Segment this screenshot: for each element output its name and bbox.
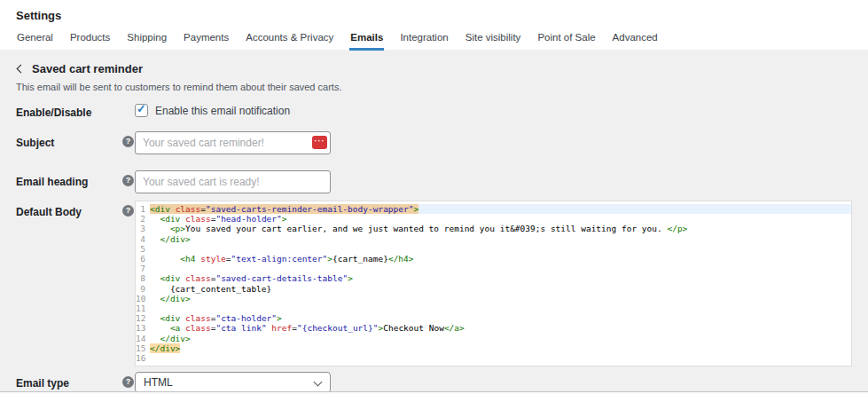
code-line-10: 10 </div>	[136, 294, 851, 303]
email-heading-row: Email heading ?	[16, 170, 852, 193]
code-line-1: 1<div class="saved-carts-reminder-email-…	[136, 204, 851, 214]
line-number: 8	[136, 273, 150, 283]
code-line-text: </div>	[150, 234, 851, 244]
enable-row: Enable/Disable ✓ Enable this email notif…	[16, 101, 852, 119]
help-icon[interactable]: ?	[122, 205, 134, 217]
line-number: 5	[136, 244, 150, 254]
tab-point-of-sale[interactable]: Point of Sale	[536, 28, 596, 51]
line-number: 13	[136, 323, 150, 333]
code-line-15: 15</div>	[136, 343, 851, 353]
code-line-text: <div class="saved-cart-details-table">	[150, 273, 851, 283]
tab-integration[interactable]: Integration	[399, 28, 449, 51]
line-number: 15	[136, 343, 150, 353]
line-number: 1	[136, 204, 150, 214]
help-icon[interactable]: ?	[122, 175, 134, 186]
enable-checkbox-label: Enable this email notification	[155, 105, 290, 117]
line-number: 3	[136, 224, 150, 233]
help-icon[interactable]: ?	[122, 376, 134, 388]
enable-checkbox[interactable]: ✓	[135, 104, 148, 117]
tab-accounts-privacy[interactable]: Accounts & Privacy	[245, 28, 334, 51]
check-icon: ✓	[137, 102, 146, 115]
code-lines: 1<div class="saved-carts-reminder-email-…	[136, 204, 851, 363]
default-body-editor[interactable]: 1<div class="saved-carts-reminder-email-…	[135, 201, 852, 366]
email-heading-label: Email heading	[16, 170, 122, 188]
enable-label: Enable/Disable	[16, 101, 122, 119]
code-line-text	[150, 264, 851, 273]
tab-products[interactable]: Products	[69, 28, 111, 51]
default-body-label: Default Body	[16, 201, 122, 218]
line-number: 10	[136, 294, 150, 303]
code-line-text	[150, 244, 851, 254]
line-number: 12	[136, 313, 150, 323]
tab-emails[interactable]: Emails	[349, 28, 384, 51]
code-line-text: <div class="head-holder">	[150, 214, 851, 224]
code-line-text: </div>	[150, 334, 851, 343]
code-line-5: 5	[136, 244, 851, 254]
email-title: Saved cart reminder	[32, 62, 143, 75]
settings-header: Settings GeneralProductsShippingPayments…	[0, 0, 868, 50]
email-type-row: Email type ? HTML	[16, 372, 852, 393]
email-settings-form: Enable/Disable ✓ Enable this email notif…	[16, 101, 852, 393]
chevron-left-icon	[17, 64, 26, 73]
code-line-4: 4 </div>	[136, 234, 851, 244]
code-line-text: <p>You saved your cart earlier, and we j…	[150, 224, 851, 233]
email-type-value: HTML	[144, 376, 173, 389]
chevron-down-icon	[314, 378, 323, 387]
email-settings-section: Saved cart reminder This email will be s…	[0, 50, 868, 393]
code-line-2: 2 <div class="head-holder">	[136, 214, 851, 224]
enable-checkbox-wrap: ✓ Enable this email notification	[135, 101, 290, 117]
tab-payments[interactable]: Payments	[183, 28, 230, 51]
email-type-label: Email type	[16, 372, 122, 390]
code-line-text: {cart_content_table}	[150, 284, 851, 294]
code-line-11: 11	[136, 303, 851, 313]
code-line-6: 6 <h4 style="text-align:center">{cart_na…	[136, 254, 851, 264]
code-line-8: 8 <div class="saved-cart-details-table">	[136, 273, 851, 283]
email-heading-input-wrap	[135, 170, 331, 193]
settings-page: Settings GeneralProductsShippingPayments…	[0, 0, 868, 394]
email-type-select[interactable]: HTML	[135, 372, 331, 393]
code-line-13: 13 <a class="cta link" href="{checkout_u…	[136, 323, 851, 333]
line-number: 7	[136, 264, 150, 273]
subject-input-wrap: ···	[135, 131, 331, 154]
code-line-text: </div>	[150, 294, 851, 303]
tab-site-visibility[interactable]: Site visibility	[465, 28, 522, 51]
line-number: 4	[136, 234, 150, 244]
code-line-16: 16	[136, 353, 851, 363]
line-number: 11	[136, 303, 150, 313]
settings-tabs: GeneralProductsShippingPaymentsAccounts …	[16, 28, 852, 51]
code-line-text: </div>	[150, 343, 851, 353]
code-line-text: <a class="cta link" href="{checkout_url}…	[150, 323, 851, 333]
code-line-text	[150, 303, 851, 313]
line-number: 16	[136, 353, 150, 363]
code-line-text	[150, 353, 851, 363]
email-heading-input[interactable]	[135, 170, 331, 193]
tab-general[interactable]: General	[16, 28, 54, 51]
email-description: This email will be sent to customers to …	[16, 82, 852, 92]
line-number: 14	[136, 334, 150, 343]
subject-row: Subject ? ···	[16, 131, 852, 154]
tab-advanced[interactable]: Advanced	[612, 28, 659, 51]
line-number: 6	[136, 254, 150, 264]
code-line-7: 7	[136, 264, 851, 273]
code-line-text: <h4 style="text-align:center">{cart_name…	[150, 254, 851, 264]
line-number: 9	[136, 284, 150, 294]
tab-shipping[interactable]: Shipping	[126, 28, 168, 51]
code-line-9: 9 {cart_content_table}	[136, 284, 851, 294]
code-line-14: 14 </div>	[136, 334, 851, 343]
help-icon[interactable]: ?	[122, 136, 134, 147]
subject-label: Subject	[16, 131, 122, 149]
back-link[interactable]: Saved cart reminder	[16, 60, 852, 76]
default-body-row: Default Body ? 1<div class="saved-carts-…	[16, 201, 852, 366]
subject-ellipsis-button[interactable]: ···	[312, 136, 327, 149]
code-line-text: <div class="cta-holder">	[150, 313, 851, 323]
subject-input[interactable]	[135, 131, 331, 154]
code-line-12: 12 <div class="cta-holder">	[136, 313, 851, 323]
code-line-3: 3 <p>You saved your cart earlier, and we…	[136, 224, 851, 233]
code-line-text: <div class="saved-carts-reminder-email-b…	[150, 204, 851, 214]
line-number: 2	[136, 214, 150, 224]
page-title: Settings	[16, 0, 852, 22]
